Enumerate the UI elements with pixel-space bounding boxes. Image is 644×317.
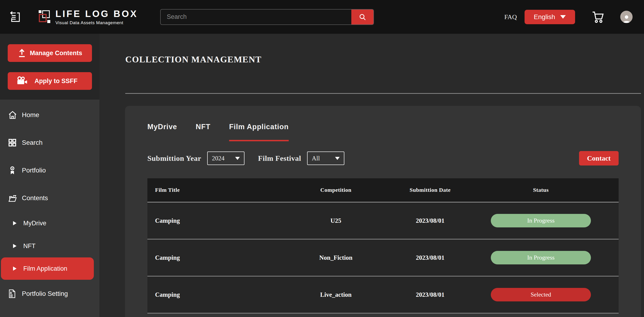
movie-camera-icon bbox=[17, 76, 27, 86]
sidebar-item-label: MyDrive bbox=[23, 220, 46, 227]
triangle-right-icon bbox=[13, 221, 17, 225]
table-row[interactable]: CampingNon_Fiction2023/08/01In Progress bbox=[148, 240, 618, 276]
logo-text: LIFE LOG BOX Visual Data Assets Manageme… bbox=[56, 8, 138, 25]
topbar-right: FAQ English bbox=[504, 10, 632, 24]
sidebar-item-contents[interactable]: Contents bbox=[0, 184, 100, 212]
table-body: CampingU252023/08/01In ProgressCampingNo… bbox=[148, 202, 618, 314]
collapse-sidebar-button[interactable] bbox=[9, 10, 22, 24]
column-header-submission-date: Submittion Date bbox=[397, 187, 463, 193]
status-badge[interactable]: In Progress bbox=[491, 214, 591, 228]
faq-link[interactable]: FAQ bbox=[504, 13, 517, 21]
title-divider bbox=[125, 93, 641, 94]
table-row[interactable]: CampingLive_action2023/08/01Selected bbox=[148, 276, 618, 314]
person-icon bbox=[622, 14, 631, 23]
submission-year-select[interactable]: 2024 bbox=[207, 152, 244, 165]
logo-title: LIFE LOG BOX bbox=[56, 8, 138, 19]
search-input[interactable] bbox=[161, 10, 351, 24]
sidebar-item-label: Film Application bbox=[23, 265, 67, 272]
award-icon bbox=[8, 166, 17, 175]
tab-film-application[interactable]: Film Application bbox=[229, 123, 289, 141]
sidebar-item-label: Portfolio Setting bbox=[22, 290, 68, 298]
table-header: Film Title Competition Submittion Date S… bbox=[148, 178, 618, 202]
logo-subtitle: Visual Data Assets Management bbox=[56, 20, 138, 25]
contact-button[interactable]: Contact bbox=[579, 151, 618, 166]
tab-mydrive[interactable]: MyDrive bbox=[148, 123, 177, 141]
main-content: COLLECTION MANAGEMENT MyDrive NFT Film A… bbox=[114, 34, 644, 317]
cell-film-title: Camping bbox=[148, 217, 274, 224]
film-festival-select[interactable]: All bbox=[307, 152, 344, 165]
search-icon bbox=[358, 13, 366, 21]
triangle-right-icon bbox=[13, 244, 17, 248]
column-header-status: Status bbox=[463, 187, 618, 193]
tab-bar: MyDrive NFT Film Application bbox=[148, 106, 618, 141]
search-button[interactable] bbox=[351, 10, 374, 24]
tab-nft[interactable]: NFT bbox=[196, 123, 210, 141]
cell-film-title: Camping bbox=[148, 291, 274, 298]
sidebar-item-portfolio-setting[interactable]: Portfolio Setting bbox=[0, 280, 100, 308]
apply-to-ssff-button[interactable]: Apply to SSFF bbox=[8, 72, 92, 90]
sidebar-nav-section: Home Search Portfolio bbox=[0, 100, 100, 317]
sidebar-item-home[interactable]: Home bbox=[0, 101, 100, 129]
apply-to-ssff-label: Apply to SSFF bbox=[27, 78, 85, 85]
film-festival-value: All bbox=[312, 155, 320, 162]
upload-icon bbox=[17, 48, 27, 58]
table-row[interactable]: CampingU252023/08/01In Progress bbox=[148, 202, 618, 240]
cell-submission-date: 2023/08/01 bbox=[397, 217, 463, 224]
cart-icon bbox=[592, 11, 605, 23]
cell-competition: Live_action bbox=[274, 291, 397, 298]
sidebar-item-label: Contents bbox=[22, 194, 48, 202]
sidebar-item-film-application[interactable]: Film Application bbox=[1, 258, 94, 280]
sidebar-item-label: NFT bbox=[23, 242, 36, 250]
language-label: English bbox=[534, 13, 555, 21]
manage-contents-label: Manage Contents bbox=[27, 50, 85, 57]
triangle-right-icon bbox=[13, 266, 17, 271]
chevron-down-icon bbox=[235, 157, 240, 160]
collapse-sidebar-icon bbox=[9, 11, 21, 23]
sidebar: Manage Contents Apply to SSFF Home bbox=[0, 34, 100, 317]
chevron-down-icon bbox=[335, 157, 340, 160]
cell-competition: Non_Fiction bbox=[274, 254, 397, 261]
sidebar-item-portfolio[interactable]: Portfolio bbox=[0, 156, 100, 184]
sidebar-item-label: Search bbox=[22, 139, 42, 146]
document-person-icon bbox=[8, 289, 17, 298]
folder-icon bbox=[8, 194, 17, 203]
film-festival-label: Film Festival bbox=[258, 154, 301, 163]
cell-status: Selected bbox=[463, 288, 618, 302]
applications-table: Film Title Competition Submittion Date S… bbox=[148, 178, 618, 314]
manage-contents-button[interactable]: Manage Contents bbox=[8, 44, 92, 62]
status-badge[interactable]: In Progress bbox=[491, 251, 591, 264]
cell-competition: U25 bbox=[274, 217, 397, 224]
cell-film-title: Camping bbox=[148, 254, 274, 261]
sidebar-item-search[interactable]: Search bbox=[0, 129, 100, 156]
search-bar bbox=[160, 9, 374, 25]
column-header-competition: Competition bbox=[274, 187, 397, 193]
grid-icon bbox=[8, 138, 17, 147]
cell-status: In Progress bbox=[463, 214, 618, 228]
logo-mark-icon bbox=[39, 10, 51, 24]
filter-bar: Submittion Year 2024 Film Festival All C… bbox=[148, 151, 618, 166]
page-title: COLLECTION MANAGEMENT bbox=[125, 54, 262, 64]
cell-status: In Progress bbox=[463, 251, 618, 264]
cell-submission-date: 2023/08/01 bbox=[397, 254, 463, 261]
chevron-down-icon bbox=[560, 15, 566, 18]
content-card: MyDrive NFT Film Application Submittion … bbox=[125, 106, 641, 317]
sidebar-item-nft[interactable]: NFT bbox=[0, 234, 100, 258]
logo[interactable]: LIFE LOG BOX Visual Data Assets Manageme… bbox=[39, 8, 138, 25]
submission-year-value: 2024 bbox=[212, 155, 224, 162]
cart-button[interactable] bbox=[592, 11, 605, 23]
home-icon bbox=[8, 110, 17, 120]
topbar: LIFE LOG BOX Visual Data Assets Manageme… bbox=[0, 0, 644, 34]
submission-year-label: Submittion Year bbox=[148, 154, 201, 163]
sidebar-item-mydrive[interactable]: MyDrive bbox=[0, 212, 100, 234]
status-badge[interactable]: Selected bbox=[491, 288, 591, 302]
column-header-film-title: Film Title bbox=[148, 187, 274, 193]
sidebar-item-label: Portfolio bbox=[22, 167, 46, 174]
avatar[interactable] bbox=[620, 11, 632, 23]
language-button[interactable]: English bbox=[524, 10, 575, 24]
sidebar-item-label: Home bbox=[22, 111, 39, 119]
sidebar-action-section: Manage Contents Apply to SSFF bbox=[0, 34, 100, 100]
cell-submission-date: 2023/08/01 bbox=[397, 291, 463, 298]
